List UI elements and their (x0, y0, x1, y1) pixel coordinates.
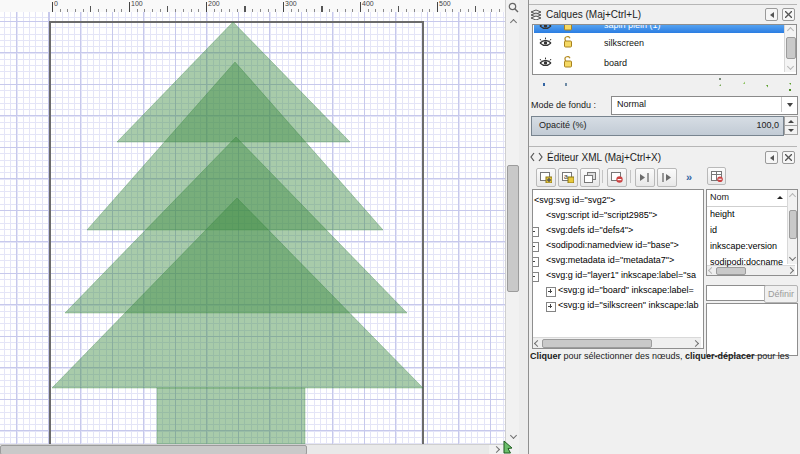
layer-lock-toggle[interactable] (562, 56, 576, 68)
blend-mode-value: Normal (617, 99, 646, 109)
layer-visibility-toggle[interactable] (539, 57, 553, 69)
xml-panel-header: Éditeur XML (Maj+Ctrl+X) (530, 149, 797, 165)
layers-scroll-thumb[interactable] (786, 37, 796, 59)
expander-icon[interactable] (546, 287, 556, 297)
zoom-corner-button[interactable] (506, 0, 520, 14)
panel-collapse-button[interactable] (765, 8, 778, 21)
ruler-tick (206, 2, 207, 12)
xml-tree-row[interactable]: <svg:g id="silkscreen" inkscape:lab (533, 299, 704, 314)
chevron-down-icon (789, 254, 796, 261)
status-text-2: pour les (755, 351, 790, 361)
tree-drawing[interactable] (0, 12, 505, 444)
mouse-cursor (501, 439, 519, 454)
duplicate-node-icon (584, 172, 596, 183)
attribute-row[interactable]: sodipodi:docname (710, 257, 786, 273)
xml-tree-row[interactable]: <svg:defs id="defs4"> (533, 224, 704, 239)
attributes-scroll-thumb[interactable] (789, 210, 797, 239)
blend-mode-select[interactable]: Normal (611, 96, 798, 115)
xml-panel-title: Éditeur XML (Maj+Ctrl+X) (547, 152, 661, 163)
vertical-scroll-thumb[interactable] (507, 165, 519, 292)
ruler-number: 0 (54, 0, 58, 7)
xml-tree-row[interactable]: <svg:metadata id="metadata7"> (533, 254, 704, 269)
layer-lock-toggle[interactable] (562, 36, 576, 48)
collapse-icon (770, 12, 774, 18)
toolbar-overflow-button[interactable]: » (686, 171, 692, 183)
ruler-number: 200 (208, 0, 220, 7)
xml-tree-row[interactable]: <svg:g id="layer1" inkscape:label="sa (533, 269, 704, 284)
xml-tree-row[interactable]: <svg:script id="script2985"> (533, 209, 704, 224)
xml-tree-row[interactable]: <sodipodi:namedview id="base"> (533, 239, 704, 254)
layer-name: board (604, 58, 627, 68)
layer-visibility-toggle[interactable] (539, 37, 553, 49)
attribute-row[interactable]: id (710, 225, 786, 241)
ruler-number: 100 (131, 0, 143, 7)
raise-layer-to-top-button[interactable] (712, 77, 727, 91)
add-layer-button[interactable] (536, 77, 551, 91)
attribute-row[interactable]: height (710, 209, 786, 225)
combo-arrow-button[interactable] (781, 97, 797, 112)
horizontal-scroll-thumb[interactable] (0, 445, 307, 454)
chevron-up-icon (787, 27, 794, 34)
ruler-tick (52, 2, 53, 12)
chevron-up-icon (509, 18, 516, 25)
attribute-value-input[interactable] (706, 285, 766, 301)
xml-tree-row[interactable]: <svg:g id="board" inkscape:label= (533, 284, 704, 299)
arrow-down-icon (765, 78, 768, 91)
expander-icon[interactable] (532, 227, 539, 237)
panel-close-button[interactable] (782, 151, 795, 164)
ruler-tick (283, 2, 284, 12)
lower-layer-button[interactable] (759, 77, 774, 91)
attributes-name-column-header[interactable]: Nom (707, 190, 788, 207)
raise-layer-button[interactable] (736, 77, 751, 91)
define-button[interactable]: Définir (764, 285, 798, 303)
layer-row-selected[interactable]: sapin plein (1) (534, 25, 784, 33)
delete-attribute-button[interactable] (707, 167, 726, 185)
duplicate-node-button[interactable] (580, 168, 600, 187)
dock-resize-handle[interactable] (519, 0, 529, 454)
spin-down-button[interactable] (784, 125, 798, 135)
lower-layer-to-bottom-button[interactable] (782, 77, 797, 91)
remove-layer-button[interactable] (558, 77, 573, 91)
attributes-table[interactable]: Nom heightidinkscape:versionsodipodi:doc… (706, 189, 798, 276)
expander-icon[interactable] (546, 302, 556, 312)
lock-open-icon (562, 56, 574, 68)
svg-text:a: a (564, 173, 568, 180)
xml-node-text: <svg:svg id="svg2"> (534, 195, 615, 205)
unindent-node-button[interactable] (635, 168, 655, 187)
new-text-node-button[interactable]: a (558, 168, 578, 187)
ruler-tick (437, 2, 438, 12)
layer-row[interactable]: board (534, 53, 784, 72)
layers-icon (530, 9, 542, 20)
delete-node-button[interactable] (607, 168, 627, 187)
attribute-value-textarea[interactable] (706, 303, 798, 356)
eye-icon (539, 37, 552, 48)
attributes-vscrollbar[interactable] (787, 190, 797, 264)
attribute-row[interactable]: inkscape:version (710, 241, 786, 257)
layer-name: sapin plein (1) (604, 25, 661, 30)
opacity-slider[interactable]: Opacité (%) 100,0 (531, 116, 784, 136)
tree-trunk[interactable] (157, 388, 305, 444)
canvas-horizontal-scrollbar[interactable] (0, 444, 505, 454)
layers-list[interactable]: sapin plein (1)silkscreenboard (532, 24, 797, 75)
expander-icon[interactable] (532, 257, 539, 267)
xml-tree-row[interactable]: <svg:svg id="svg2"> (533, 194, 704, 209)
chevron-down-icon (509, 432, 516, 439)
expander-icon[interactable] (532, 272, 539, 282)
divider (529, 4, 797, 5)
expander-icon[interactable] (532, 242, 539, 252)
ruler-number: 500 (439, 0, 451, 7)
xml-tree-hscrollbar[interactable] (533, 337, 701, 348)
xml-tree-scroll-thumb[interactable] (542, 339, 652, 348)
new-element-node-button[interactable] (536, 168, 556, 187)
layers-list-scrollbar[interactable] (784, 25, 796, 72)
layer-row[interactable]: silkscreen (534, 33, 784, 52)
indent-node-button[interactable] (657, 168, 677, 187)
scroll-up-button[interactable] (506, 16, 520, 28)
panel-close-button[interactable] (782, 8, 795, 21)
xml-node-tree[interactable]: <svg:svg id="svg2"><svg:script id="scrip… (532, 189, 704, 349)
status-bold-1: Cliquer (530, 351, 561, 361)
drawing-canvas[interactable] (0, 12, 505, 444)
panel-collapse-button[interactable] (765, 151, 778, 164)
canvas-vertical-scrollbar[interactable] (505, 0, 520, 444)
ruler-tick (360, 2, 361, 12)
